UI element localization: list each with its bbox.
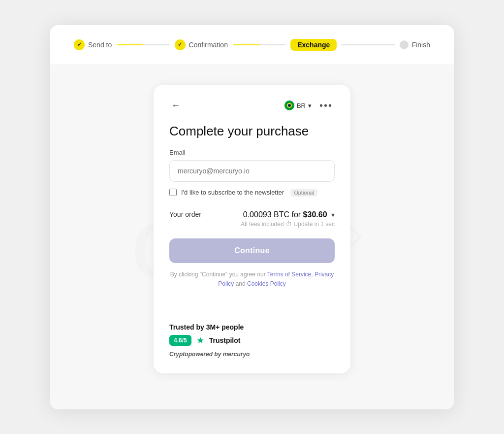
powered-label: Cryptopowered by	[169, 351, 221, 358]
terms-text: By clicking "Continue" you agree our Ter…	[169, 270, 335, 289]
lang-label: BR	[297, 102, 306, 109]
terms-prefix: By clicking "Continue" you agree our	[170, 271, 266, 278]
connector-1	[117, 44, 169, 45]
page-wrapper: ✓ Send to ✓ Confirmation Exchange Finish…	[50, 25, 454, 409]
email-input[interactable]	[169, 160, 335, 182]
order-meta: All fees included ⏱ Update in 1 sec	[241, 221, 335, 228]
card-footer: Trusted by 3M+ people 4.6/5 ★ Trustpilot…	[169, 314, 335, 358]
cookies-policy-link[interactable]: Cookies Policy	[247, 280, 286, 287]
order-amount-text: 0.00093 BTC for	[243, 210, 301, 219]
clock-icon: ⏱	[286, 221, 292, 228]
order-label: Your order	[169, 210, 201, 218]
email-section: Email	[169, 149, 335, 182]
powered-by: Cryptopowered by mercuryo	[169, 351, 335, 358]
terms-and: and	[236, 280, 246, 287]
order-update-text: Update in 1 sec	[294, 221, 335, 228]
order-price: $30.60	[303, 210, 327, 219]
step-label-finish: Finish	[412, 41, 430, 49]
connector-3	[342, 44, 394, 45]
step-send-to: ✓ Send to	[74, 39, 112, 50]
progress-bar: ✓ Send to ✓ Confirmation Exchange Finish	[50, 25, 454, 65]
terms-of-service-link[interactable]: Terms of Service	[267, 271, 311, 278]
trusted-label: Trusted by 3M+ people	[169, 323, 335, 331]
order-fees-text: All fees included	[241, 221, 284, 228]
card-header: ← BR ▾ •••	[169, 99, 335, 113]
step-exchange: Exchange	[290, 39, 337, 51]
svg-point-3	[288, 104, 291, 107]
step-label-exchange: Exchange	[290, 39, 337, 51]
step-label-send-to: Send to	[88, 41, 112, 49]
language-button[interactable]: BR ▾	[284, 100, 312, 110]
step-finish: Finish	[400, 40, 430, 49]
step-confirmation: ✓ Confirmation	[175, 39, 228, 50]
order-section: Your order 0.00093 BTC for $30.60 ▾ All …	[169, 210, 335, 228]
trustpilot-score: 4.6/5	[169, 335, 191, 346]
flag-icon	[284, 100, 294, 110]
order-amount: 0.00093 BTC for $30.60 ▾	[241, 210, 335, 219]
newsletter-checkbox[interactable]	[169, 189, 177, 196]
back-button[interactable]: ←	[169, 99, 182, 113]
optional-badge: Optional	[290, 189, 317, 197]
lang-arrow: ▾	[308, 102, 312, 109]
step-check-send-to: ✓	[74, 39, 85, 50]
trustpilot-row: 4.6/5 ★ Trustpilot	[169, 335, 335, 346]
powered-brand: mercuryo	[223, 351, 250, 358]
connector-2	[233, 44, 285, 45]
newsletter-label: I'd like to subscribe to the newsletter	[181, 189, 284, 196]
main-content: ω ← BR	[50, 65, 454, 409]
order-dropdown-arrow[interactable]: ▾	[331, 211, 335, 219]
step-dot-finish	[400, 40, 409, 49]
more-button[interactable]: •••	[317, 99, 335, 112]
continue-button[interactable]: Continue	[169, 238, 335, 263]
newsletter-row: I'd like to subscribe to the newsletter …	[169, 189, 335, 197]
email-label: Email	[169, 149, 335, 156]
trustpilot-star-icon: ★	[196, 335, 204, 346]
step-label-confirmation: Confirmation	[189, 41, 228, 49]
order-right: 0.00093 BTC for $30.60 ▾ All fees includ…	[241, 210, 335, 228]
purchase-card: ← BR ▾ •••	[154, 85, 350, 374]
trustpilot-name: Trustpilot	[209, 336, 241, 344]
header-right: BR ▾ •••	[284, 99, 335, 112]
card-title: Complete your purchase	[169, 124, 335, 139]
step-check-confirmation: ✓	[175, 39, 186, 50]
